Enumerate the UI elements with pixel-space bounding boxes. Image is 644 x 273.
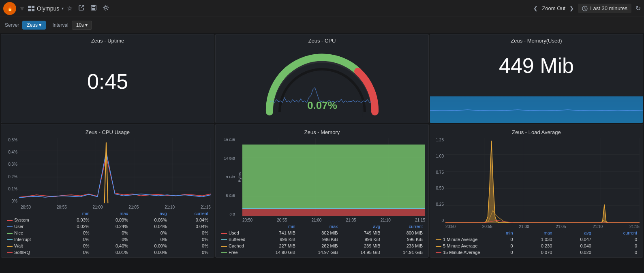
settings-icon[interactable] <box>103 4 109 12</box>
nice-avg: 0% <box>131 230 169 236</box>
wait-label: Wait <box>14 243 23 248</box>
wait-max: 0.40% <box>92 243 131 249</box>
svg-marker-34 <box>242 145 425 208</box>
interrupt-current: 0% <box>169 236 211 243</box>
panel-uptime-title: Zeus - Uptime <box>1 34 214 45</box>
system-current: 0.04% <box>169 217 211 223</box>
dashboard-grid: Zeus - Uptime 0:45 Zeus - CPU <box>0 33 644 273</box>
system-legend-line <box>7 220 13 221</box>
topbar: 🔥 ▾ Olympus ▾ ☆ ❮ Zoom Out ❯ Last 30 min <box>0 0 644 17</box>
cpu-usage-inner: Zeus - CPU Usage 0.5% 0.4% 0.3% 0.2% 0.1… <box>1 124 214 257</box>
interrupt-min: 0% <box>53 236 92 243</box>
table-row: System 0.03% 0.09% 0.06% 0.04% <box>4 217 211 223</box>
clock-icon <box>582 6 588 11</box>
topbar-icons: ☆ <box>67 4 109 12</box>
softirq-avg: 0.00% <box>131 249 169 256</box>
save-icon[interactable] <box>90 4 97 12</box>
user-avg: 0.04% <box>131 223 169 230</box>
zoom-out-label[interactable]: Zoom Out <box>542 5 565 11</box>
time-range-value: Last 30 minutes <box>590 5 627 11</box>
cpu-col-avg-header: avg <box>131 210 169 217</box>
memory-used-value: 449 Mib <box>430 45 643 86</box>
user-max: 0.24% <box>92 223 131 230</box>
load-chart-area: 1.25 1.00 0.75 0.50 0.25 0 <box>433 138 640 223</box>
cpu-stats-table: min max avg current System 0.03% 0.09% 0… <box>4 210 211 256</box>
memory-y-label: Bytes <box>237 138 242 216</box>
svg-rect-8 <box>92 8 95 10</box>
interval-filter-btn[interactable]: 10s ▾ <box>72 21 92 30</box>
panel-memory-used-title: Zeus - Memory(Used) <box>430 34 643 45</box>
load-chart-svg-container <box>445 138 640 223</box>
cpu-y-axis: 0.5% 0.4% 0.3% 0.2% 0.1% 0% <box>4 138 19 203</box>
5min-legend-line <box>436 246 441 247</box>
panel-memory-title: Zeus - Memory <box>219 126 425 137</box>
svg-rect-12 <box>430 96 643 123</box>
memory-chart-svg <box>242 138 425 216</box>
svg-text:🔥: 🔥 <box>7 5 13 11</box>
load-legend: min max avg current 1 Minute Average 01.… <box>433 230 640 256</box>
softirq-current: 0% <box>169 249 211 256</box>
grid-icon <box>28 6 34 11</box>
nice-label: Nice <box>14 230 23 235</box>
load-y-axis: 1.25 1.00 0.75 0.50 0.25 0 <box>433 138 445 223</box>
nice-current: 0% <box>169 230 211 236</box>
panel-cpu-gauge: Zeus - CPU 0.07% <box>215 34 429 123</box>
user-min: 0.02% <box>53 223 92 230</box>
interrupt-label: Interrupt <box>14 237 31 242</box>
system-max: 0.09% <box>92 217 131 223</box>
user-current: 0.04% <box>169 223 211 230</box>
table-row: 15 Minute Average 00.0700.0200 <box>433 249 640 256</box>
cpu-x-axis: 20:50 20:55 21:00 21:05 21:10 21:15 <box>4 204 211 209</box>
user-label: User <box>14 224 24 229</box>
1min-legend-line <box>436 239 441 240</box>
server-filter-label: Server <box>5 22 19 28</box>
cpu-chart-svg-container <box>19 138 211 203</box>
panel-cpu-usage-title: Zeus - CPU Usage <box>4 126 211 137</box>
cpu-col-name-header <box>4 210 53 217</box>
cpu-gauge-value: 0.07% <box>307 99 337 111</box>
refresh-icon[interactable]: ↻ <box>635 4 641 12</box>
panel-load-title: Zeus - Load Average <box>433 126 640 137</box>
zoom-left-btn[interactable]: ❮ <box>533 5 538 11</box>
panel-cpu-gauge-title: Zeus - CPU <box>216 34 428 45</box>
table-row: 1 Minute Average 01.0300.0470 <box>433 236 640 243</box>
load-x-axis: 20:50 20:55 21:00 21:05 21:10 21:15 <box>433 224 640 229</box>
zoom-right-btn[interactable]: ❯ <box>569 5 574 11</box>
interrupt-legend-line <box>7 239 13 240</box>
nice-legend-line <box>7 233 13 234</box>
15min-legend-line <box>436 252 441 253</box>
panel-load-average: Zeus - Load Average 1.25 1.00 0.75 0.50 … <box>430 124 643 258</box>
interrupt-avg: 0% <box>131 236 169 243</box>
user-legend-line <box>7 226 13 227</box>
buffered-legend-line <box>221 239 227 240</box>
time-range-picker[interactable]: Last 30 minutes <box>578 4 631 13</box>
zeus-filter-btn[interactable]: Zeus ▾ <box>22 21 46 30</box>
memory-chart-svg-container <box>242 138 425 216</box>
system-avg: 0.06% <box>131 217 169 223</box>
table-row: Free 14.90 GiB14.97 GiB14.95 GiB14.91 Gi… <box>219 249 425 256</box>
table-row: Nice 0% 0% 0% 0% <box>4 230 211 236</box>
share-icon[interactable] <box>78 4 85 12</box>
grafana-logo[interactable]: 🔥 <box>3 2 16 15</box>
nice-min: 0% <box>53 230 92 236</box>
svg-rect-7 <box>92 5 95 7</box>
dropdown-arrow-icon: ▾ <box>62 6 64 11</box>
memory-legend: min max avg current Used 741 MiB802 MiB7… <box>219 223 425 256</box>
table-row: Wait 0% 0.40% 0.00% 0% <box>4 243 211 249</box>
dashboard-name-btn[interactable]: Olympus ▾ <box>28 5 64 12</box>
memory-chart-area: 19 GiB 14 GiB 9 GiB 5 GiB 0 B Bytes <box>219 138 425 216</box>
svg-rect-4 <box>28 9 31 11</box>
dashboard-title: Olympus <box>37 5 59 12</box>
system-min: 0.03% <box>53 217 92 223</box>
panel-memory-chart: Zeus - Memory 19 GiB 14 GiB 9 GiB 5 GiB … <box>215 124 429 258</box>
svg-marker-36 <box>242 208 425 209</box>
system-label: System <box>14 218 29 222</box>
panel-cpu-usage: Zeus - CPU Usage 0.5% 0.4% 0.3% 0.2% 0.1… <box>1 124 214 258</box>
svg-rect-3 <box>32 6 34 8</box>
table-row: Buffered 996 KiB996 KiB996 KiB996 KiB <box>219 236 425 243</box>
star-icon[interactable]: ☆ <box>67 4 73 12</box>
table-row: SoftIRQ 0% 0.01% 0.00% 0% <box>4 249 211 256</box>
memory-stats-table: min max avg current Used 741 MiB802 MiB7… <box>219 223 425 256</box>
cpu-col-min-header: min <box>53 210 92 217</box>
wait-min: 0% <box>53 243 92 249</box>
